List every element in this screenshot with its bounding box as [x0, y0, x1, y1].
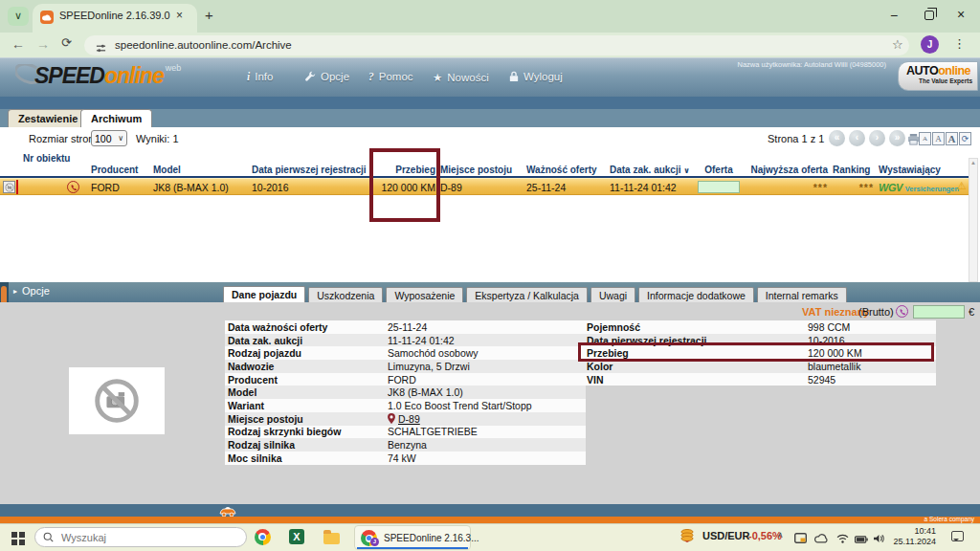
onedrive-tray-icon[interactable] — [814, 530, 828, 547]
warning-icon[interactable]: ⚠ — [957, 180, 967, 192]
page-info: Strona 1 z 1 — [768, 133, 824, 144]
tab-zestawienie[interactable]: Zestawienie — [8, 109, 88, 127]
browser-menu-icon[interactable]: ⋮ — [953, 36, 966, 51]
font-size-medium-button[interactable]: A — [932, 132, 945, 145]
col-producent[interactable]: Producent — [91, 165, 138, 175]
annotation-box-przebieg-column — [369, 148, 440, 222]
detail-tab-uszkodzenia[interactable]: Uszkodzenia — [308, 287, 383, 303]
browser-reload-button[interactable]: ⟳ — [61, 35, 72, 50]
font-size-small-button[interactable]: A — [919, 132, 931, 145]
last-page-button[interactable]: » — [889, 130, 905, 146]
detail-tab-uwagi[interactable]: Uwagi — [590, 287, 635, 303]
wifi-tray-icon[interactable] — [836, 530, 849, 547]
nav-info[interactable]: i Info — [247, 71, 273, 82]
table-scrollbar[interactable] — [969, 158, 978, 282]
col-nr-obiektu[interactable]: Nr obiektu — [23, 153, 71, 164]
cell-miejsce-postoju: D-89 — [440, 182, 462, 193]
search-icon — [43, 532, 54, 542]
detail-row: VIN52945 — [584, 373, 936, 386]
active-task-speedonline[interactable]: J SPEEDonline 2.16.3... — [354, 525, 471, 550]
detail-tab-ekspertyza[interactable]: Ekspertyza / Kalkulacja — [466, 287, 588, 303]
first-page-button[interactable]: « — [829, 130, 845, 146]
chrome-taskbar-icon[interactable] — [253, 527, 272, 546]
detail-tab-informacje[interactable]: Informacje dodatkowe — [638, 287, 754, 303]
page-size-select[interactable]: 100 ∨ — [91, 130, 127, 146]
logo-online-text: online — [104, 63, 164, 88]
opcje-label: Opcje — [22, 285, 50, 297]
next-page-button[interactable]: › — [869, 130, 885, 146]
col-model[interactable]: Model — [153, 165, 181, 175]
miejsce-postoju-link[interactable]: D-89 — [398, 413, 420, 425]
refresh-button[interactable]: ⟳ — [959, 132, 971, 145]
username-label: Nazwa użytkownika: Autoland Willi (04985… — [738, 60, 887, 69]
vehicle-photo-placeholder[interactable] — [69, 367, 165, 434]
coins-icon[interactable] — [679, 528, 695, 546]
col-oferta[interactable]: Oferta — [696, 165, 742, 175]
profile-badge: J — [370, 538, 379, 546]
detail-tab-dane-pojazdu[interactable]: Dane pojazdu — [223, 286, 305, 303]
phone-icon-vat[interactable] — [896, 305, 908, 318]
col-data-zak-aukcji[interactable]: Data zak. aukcji ∨ — [610, 165, 690, 175]
display-tray-icon[interactable] — [794, 530, 807, 547]
taskbar-clock[interactable]: 10:41 25.11.2024 — [888, 526, 936, 547]
profile-avatar[interactable]: J — [921, 35, 939, 54]
browser-tab-title: SPEEDonline 2.16.39.0 — [59, 10, 170, 21]
site-settings-icon[interactable] — [96, 40, 106, 57]
vat-amount-input[interactable] — [913, 305, 965, 319]
results-count: Wyniki: 1 — [136, 133, 179, 144]
col-waznosc-oferty[interactable]: Ważność oferty — [526, 165, 597, 175]
star-icon: ★ — [433, 71, 442, 84]
opcje-toggle[interactable]: ▸ Opcje — [13, 285, 50, 297]
window-restore-button[interactable] — [924, 11, 934, 20]
browser-back-button[interactable]: ← — [11, 36, 25, 52]
nav-nowosci[interactable]: ★ Nowości — [433, 71, 489, 84]
file-explorer-icon[interactable] — [322, 527, 341, 546]
tab-search-chevron-icon[interactable]: ∨ — [8, 7, 29, 26]
bookmark-star-icon[interactable]: ☆ — [892, 37, 903, 52]
nav-wyloguj[interactable]: Wyloguj — [509, 71, 563, 82]
nav-opcje[interactable]: Opcje — [304, 71, 349, 82]
speaker-tray-icon[interactable] — [873, 530, 884, 547]
cell-wystawiajacy[interactable]: WGVVersicherungen — [879, 182, 959, 193]
detail-row: Rodzaj silnikaBenzyna — [225, 438, 586, 452]
detail-tab-internal-remarks[interactable]: Internal remarks — [757, 287, 847, 303]
col-najwyzsza-oferta[interactable]: Najwyższa oferta — [744, 165, 828, 175]
nav-pomoc[interactable]: ? Pomoc — [368, 71, 413, 82]
excel-taskbar-icon[interactable]: X — [287, 527, 306, 546]
window-minimize-button[interactable]: − — [890, 8, 898, 23]
col-wystawiajacy[interactable]: Wystawiający — [879, 165, 941, 175]
active-task-indicator — [357, 547, 468, 549]
url-text[interactable]: speedonline.autoonline.com/Archive — [115, 39, 292, 51]
brand-auto-text: AUTO — [906, 64, 938, 77]
new-tab-button[interactable]: + — [205, 7, 213, 23]
detail-row: Rodzaj skrzynki biegówSCHALTGETRIEBE — [225, 426, 586, 439]
currency-pair[interactable]: USD/EUR — [702, 530, 750, 541]
col-ranking[interactable]: Ranking — [833, 165, 870, 175]
logo-speed-text: SPEED — [34, 63, 104, 88]
phone-icon[interactable] — [67, 181, 79, 193]
notification-center-icon[interactable] — [951, 531, 964, 541]
oferta-input[interactable] — [698, 181, 740, 193]
clock-date: 25.11.2024 — [888, 537, 936, 547]
col-data-rejestracji[interactable]: Data pierwszej rejestracji — [252, 165, 367, 175]
tab-archiwum[interactable]: Archiwum — [80, 109, 152, 127]
screen: ∨ SPEEDonline 2.16.39.0 × + − × ← → ⟳ sp… — [0, 0, 980, 551]
start-button[interactable] — [11, 532, 25, 545]
wgv-name: Versicherungen — [905, 185, 959, 193]
col-miejsce-postoju[interactable]: Miejsce postoju — [440, 165, 512, 175]
detail-tab-wyposazenie[interactable]: Wyposażenie — [386, 287, 463, 303]
window-close-button[interactable]: × — [957, 7, 965, 22]
search-input[interactable] — [61, 532, 214, 543]
battery-tray-icon[interactable] — [855, 530, 868, 547]
detail-tabstrip: Dane pojazdu Uszkodzenia Wyposażenie Eks… — [223, 286, 847, 303]
autoonline-brand[interactable]: AUTOonline The Value Experts — [898, 61, 978, 91]
browser-forward-button[interactable]: → — [36, 36, 50, 52]
lock-icon — [509, 71, 519, 82]
taskbar-search[interactable] — [34, 527, 247, 547]
font-size-large-button[interactable]: A — [946, 132, 958, 145]
scroll-up-icon[interactable]: ▲ — [970, 160, 976, 165]
cell-model: JK8 (B-MAX 1.0) — [153, 182, 229, 193]
tray-expand-icon[interactable]: ∧ — [777, 530, 784, 540]
tab-close-icon[interactable]: × — [176, 9, 183, 22]
prev-page-button[interactable]: ‹ — [849, 130, 865, 146]
